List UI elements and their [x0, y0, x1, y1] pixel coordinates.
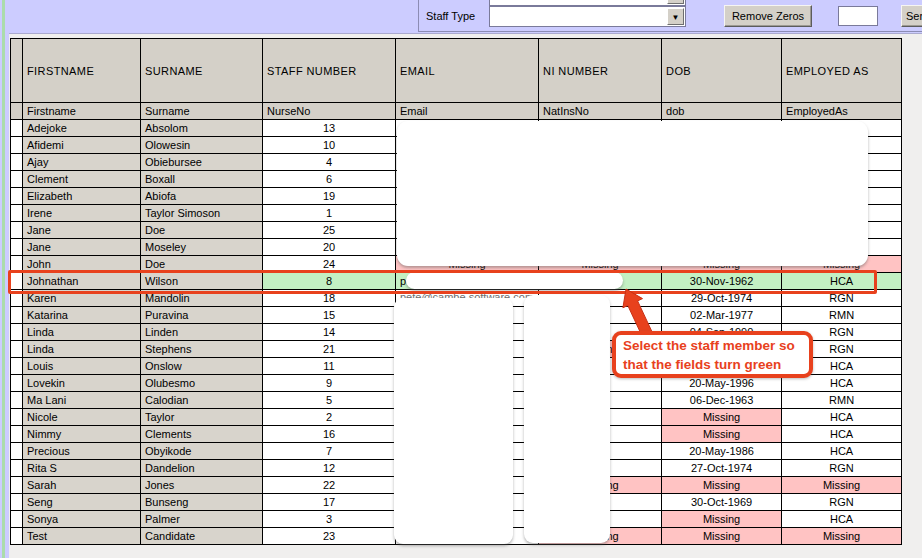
cell-firstname[interactable]: Elizabeth [23, 188, 141, 205]
cell-staff-number[interactable]: 13 [263, 120, 396, 137]
cell-firstname[interactable]: Afidemi [23, 137, 141, 154]
row-selector[interactable] [11, 477, 23, 494]
cell-staff-number[interactable]: 25 [263, 222, 396, 239]
cell-dob[interactable]: 02-Mar-1977 [662, 307, 782, 324]
cell-firstname[interactable]: Test [23, 528, 141, 545]
cell-employed-as[interactable]: RMN [782, 392, 902, 409]
cell-surname[interactable]: Doe [141, 222, 263, 239]
row-selector[interactable] [11, 324, 23, 341]
cell-surname[interactable]: Taylor [141, 409, 263, 426]
cell-firstname[interactable]: Lovekin [23, 375, 141, 392]
cell-staff-number[interactable]: 5 [263, 392, 396, 409]
cell-firstname[interactable]: Sarah [23, 477, 141, 494]
row-selector[interactable] [11, 341, 23, 358]
row-selector[interactable] [11, 460, 23, 477]
cell-firstname[interactable]: Clement [23, 171, 141, 188]
col-header-surname[interactable]: SURNAME [141, 39, 263, 103]
remove-zeros-button[interactable]: Remove Zeros [724, 5, 812, 27]
cell-dob[interactable]: 27-Oct-1974 [662, 460, 782, 477]
row-selector[interactable] [11, 494, 23, 511]
cell-surname[interactable]: Palmer [141, 511, 263, 528]
row-selector[interactable] [11, 307, 23, 324]
cell-firstname[interactable]: Rita S [23, 460, 141, 477]
row-selector[interactable] [11, 528, 23, 545]
col-header-firstname[interactable]: FIRSTNAME [23, 39, 141, 103]
cell-firstname[interactable]: Jane [23, 222, 141, 239]
search-button-clipped[interactable]: Ser [901, 5, 922, 27]
cell-dob[interactable]: Missing [662, 477, 782, 494]
cell-employed-as[interactable]: Missing [782, 477, 902, 494]
cell-firstname[interactable]: Ma Lani [23, 392, 141, 409]
cell-employed-as[interactable]: HCA [782, 409, 902, 426]
cell-staff-number[interactable]: 11 [263, 358, 396, 375]
cell-surname[interactable]: Olubesmo [141, 375, 263, 392]
row-selector[interactable] [11, 188, 23, 205]
cell-employed-as[interactable]: Missing [782, 528, 902, 545]
cell-firstname[interactable]: Sonya [23, 511, 141, 528]
cell-surname[interactable]: Linden [141, 324, 263, 341]
cell-surname[interactable]: Onslow [141, 358, 263, 375]
filter-input[interactable] [838, 6, 878, 26]
cell-firstname[interactable]: Seng [23, 494, 141, 511]
row-selector[interactable] [11, 120, 23, 137]
cell-surname[interactable]: Obiebursee [141, 154, 263, 171]
cell-staff-number[interactable]: 21 [263, 341, 396, 358]
cell-staff-number[interactable]: 4 [263, 154, 396, 171]
cell-firstname[interactable]: Adejoke [23, 120, 141, 137]
cell-staff-number[interactable]: 10 [263, 137, 396, 154]
cell-staff-number[interactable]: 16 [263, 426, 396, 443]
cell-surname[interactable]: Bunseng [141, 494, 263, 511]
row-selector[interactable] [11, 409, 23, 426]
row-selector[interactable] [11, 239, 23, 256]
cell-surname[interactable]: Obyikode [141, 443, 263, 460]
cell-employed-as[interactable]: RGN [782, 494, 902, 511]
cell-surname[interactable]: Moseley [141, 239, 263, 256]
col-header-ni-number[interactable]: NI NUMBER [539, 39, 662, 103]
row-selector[interactable] [11, 358, 23, 375]
cell-surname[interactable]: Olowesin [141, 137, 263, 154]
cell-staff-number[interactable]: 17 [263, 494, 396, 511]
cell-surname[interactable]: Taylor Simoson [141, 205, 263, 222]
row-selector[interactable] [11, 443, 23, 460]
cell-staff-number[interactable]: 12 [263, 460, 396, 477]
cell-employed-as[interactable]: RMN [782, 307, 902, 324]
cell-firstname[interactable]: Irene [23, 205, 141, 222]
cell-dob[interactable]: 30-Oct-1969 [662, 494, 782, 511]
cell-staff-number[interactable]: 22 [263, 477, 396, 494]
cell-surname[interactable]: Calodian [141, 392, 263, 409]
cell-employed-as[interactable]: HCA [782, 426, 902, 443]
cell-dob[interactable]: Missing [662, 426, 782, 443]
row-selector[interactable] [11, 222, 23, 239]
col-header-email[interactable]: EMAIL [396, 39, 539, 103]
chevron-down-icon[interactable]: ▼ [667, 8, 684, 25]
cell-dob[interactable]: Missing [662, 528, 782, 545]
cell-dob[interactable]: 06-Dec-1963 [662, 392, 782, 409]
row-selector[interactable] [11, 511, 23, 528]
cell-firstname[interactable]: Katarina [23, 307, 141, 324]
row-selector[interactable] [11, 171, 23, 188]
cell-staff-number[interactable]: 14 [263, 324, 396, 341]
cell-firstname[interactable]: Nicole [23, 409, 141, 426]
cell-staff-number[interactable]: 3 [263, 511, 396, 528]
cell-staff-number[interactable]: 1 [263, 205, 396, 222]
cell-firstname[interactable]: Jane [23, 239, 141, 256]
cell-firstname[interactable]: Linda [23, 324, 141, 341]
cell-staff-number[interactable]: 2 [263, 409, 396, 426]
cell-staff-number[interactable]: 20 [263, 239, 396, 256]
cell-dob[interactable]: 20-May-1986 [662, 443, 782, 460]
cell-surname[interactable]: Dandelion [141, 460, 263, 477]
col-header-staff-number[interactable]: STAFF NUMBER [263, 39, 396, 103]
col-header-employed-as[interactable]: EMPLOYED AS [782, 39, 902, 103]
cell-dob[interactable]: Missing [662, 409, 782, 426]
cell-staff-number[interactable]: 6 [263, 171, 396, 188]
staff-type-select[interactable]: ▼ [489, 6, 686, 27]
row-selector[interactable] [11, 392, 23, 409]
cell-firstname[interactable]: Louis [23, 358, 141, 375]
cell-firstname[interactable]: Ajay [23, 154, 141, 171]
cell-employed-as[interactable]: RGN [782, 460, 902, 477]
row-selector[interactable] [11, 426, 23, 443]
cell-surname[interactable]: Absolom [141, 120, 263, 137]
cell-surname[interactable]: Puravina [141, 307, 263, 324]
cell-surname[interactable]: Candidate [141, 528, 263, 545]
cell-staff-number[interactable]: 23 [263, 528, 396, 545]
